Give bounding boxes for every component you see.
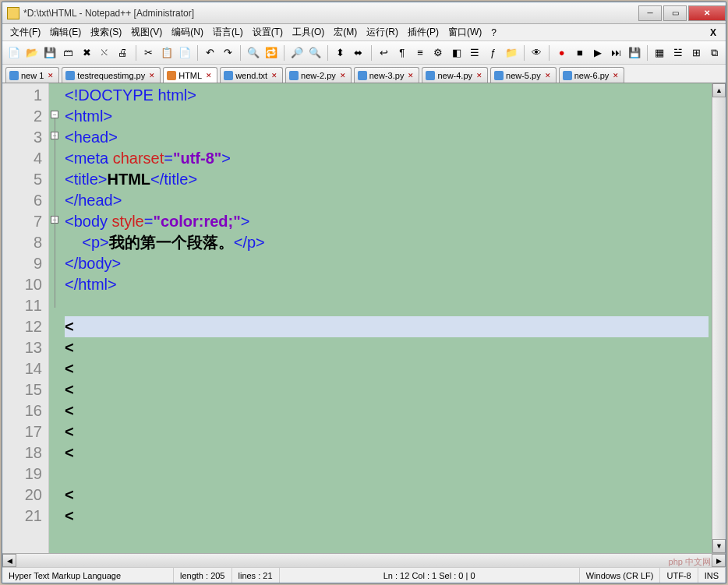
scroll-up-button[interactable]: ▲ [712,83,726,97]
maximize-button[interactable]: ▭ [663,5,687,21]
menu-language[interactable]: 语言(L) [208,24,248,41]
close-file-button[interactable]: ✖ [79,44,95,62]
new-file-button[interactable]: 📄 [5,44,22,62]
undo-button[interactable]: ↶ [202,44,218,62]
tab-close-icon[interactable]: ✕ [338,72,348,79]
extra4-button[interactable]: ⧉ [706,44,723,62]
tab-new-2-py[interactable]: new-2.py✕ [285,67,352,83]
code-line[interactable]: </html> [65,274,709,295]
code-line[interactable]: <body style="color:red;"> [65,211,709,232]
menu-tools[interactable]: 工具(O) [288,24,329,41]
menu-settings[interactable]: 设置(T) [248,24,288,41]
code-editor[interactable]: 123456789101112131415161718192021 −−− <!… [2,83,712,553]
code-line[interactable]: <meta charset="utf-8"> [65,148,709,169]
monitor-button[interactable]: 👁 [528,44,545,62]
tab-new-3-py[interactable]: new-3.py✕ [354,67,420,83]
folder-button[interactable]: 📁 [503,44,519,62]
zoom-in-button[interactable]: 🔎 [288,44,305,62]
menu-view[interactable]: 视图(V) [126,24,167,41]
fold-marker[interactable]: − [51,111,58,118]
redo-button[interactable]: ↷ [220,44,236,62]
tab-close-icon[interactable]: ✕ [270,72,279,79]
menu-file[interactable]: 文件(F) [5,24,45,41]
menubar-close-icon[interactable]: X [704,27,723,38]
tab-close-icon[interactable]: ✕ [204,72,214,79]
menu-macro[interactable]: 宏(M) [329,24,362,41]
horizontal-scrollbar[interactable]: ◀ ▶ [2,553,726,567]
tab-close-icon[interactable]: ✕ [475,72,484,79]
save-button[interactable]: 💾 [42,44,58,62]
code-line[interactable]: < [65,421,709,442]
code-line[interactable]: </body> [65,253,709,274]
code-line[interactable]: <p>我的第一个段落。</p> [65,232,709,253]
sync-v-button[interactable]: ⬍ [332,44,348,62]
code-line[interactable]: < [65,316,709,337]
tab-new-6-py[interactable]: new-6.py✕ [559,67,625,83]
code-line[interactable]: < [65,400,709,421]
show-all-chars-button[interactable]: ¶ [394,44,410,62]
save-macro-button[interactable]: 💾 [626,44,642,62]
record-button[interactable]: ● [553,44,570,62]
close-button[interactable]: ✕ [688,5,726,21]
tab-HTML[interactable]: HTML✕ [163,67,217,83]
cut-button[interactable]: ✂ [140,44,157,62]
tab-new-4-py[interactable]: new-4.py✕ [422,67,488,83]
menu-search[interactable]: 搜索(S) [86,24,126,41]
menu-window[interactable]: 窗口(W) [444,24,486,41]
code-line[interactable]: <!DOCTYPE html> [65,85,709,106]
menu-help[interactable]: ? [486,26,501,40]
tab-close-icon[interactable]: ✕ [611,72,620,79]
close-all-button[interactable]: ⛌ [97,44,113,62]
tab-close-icon[interactable]: ✕ [147,72,157,79]
doc-list-button[interactable]: ☰ [466,44,482,62]
status-eol[interactable]: Windows (CR LF) [580,568,661,583]
scroll-right-button[interactable]: ▶ [712,554,726,567]
play-button[interactable]: ▶ [590,44,606,62]
code-line[interactable] [65,295,709,316]
indent-guide-button[interactable]: ≡ [412,44,428,62]
fold-gutter[interactable]: −−− [49,83,62,553]
scroll-down-button[interactable]: ▼ [712,539,726,553]
tab-wend-txt[interactable]: wend.txt✕ [220,67,283,83]
code-line[interactable]: < [65,358,709,379]
zoom-out-button[interactable]: 🔍 [307,44,323,62]
scroll-left-button[interactable]: ◀ [2,554,16,567]
copy-button[interactable]: 📋 [158,44,175,62]
titlebar[interactable]: *D:\txt\HTML - Notepad++ [Administrator]… [2,2,726,24]
user-lang-button[interactable]: ⚙ [430,44,447,62]
tab-new-5-py[interactable]: new-5.py✕ [490,67,557,83]
extra2-button[interactable]: ☱ [670,44,686,62]
menu-plugins[interactable]: 插件(P) [403,24,444,41]
stop-button[interactable]: ■ [571,44,588,62]
function-list-button[interactable]: ƒ [485,44,501,62]
tab-close-icon[interactable]: ✕ [406,72,415,79]
status-encoding[interactable]: UTF-8 [660,568,698,583]
minimize-button[interactable]: ─ [638,5,662,21]
doc-map-button[interactable]: ◧ [448,44,465,62]
extra3-button[interactable]: ⊞ [687,44,704,62]
menu-run[interactable]: 运行(R) [362,24,403,41]
paste-button[interactable]: 📄 [176,44,193,62]
save-all-button[interactable]: 🗃 [60,44,76,62]
menu-edit[interactable]: 编辑(E) [45,24,86,41]
tab-close-icon[interactable]: ✕ [543,72,553,79]
extra1-button[interactable]: ▦ [652,44,668,62]
status-insert-mode[interactable]: INS [698,568,726,583]
code-line[interactable]: <title>HTML</title> [65,169,709,190]
tab-new-1[interactable]: new 1✕ [5,67,59,83]
code-line[interactable] [65,463,709,485]
tab-testrequestimg-py[interactable]: testrequestimg.py✕ [62,67,161,83]
code-line[interactable]: < [65,485,709,506]
play-multi-button[interactable]: ⏭ [608,44,624,62]
wordwrap-button[interactable]: ↩ [376,44,392,62]
code-line[interactable]: < [65,442,709,463]
tab-close-icon[interactable]: ✕ [46,72,55,79]
menu-encoding[interactable]: 编码(N) [167,24,208,41]
replace-button[interactable]: 🔁 [263,44,280,62]
code-line[interactable]: < [65,379,709,400]
sync-h-button[interactable]: ⬌ [350,44,366,62]
find-button[interactable]: 🔍 [245,44,261,62]
print-button[interactable]: 🖨 [115,44,131,62]
code-content[interactable]: <!DOCTYPE html><html><head><meta charset… [62,83,712,553]
vertical-scrollbar[interactable]: ▲ ▼ [712,83,726,553]
